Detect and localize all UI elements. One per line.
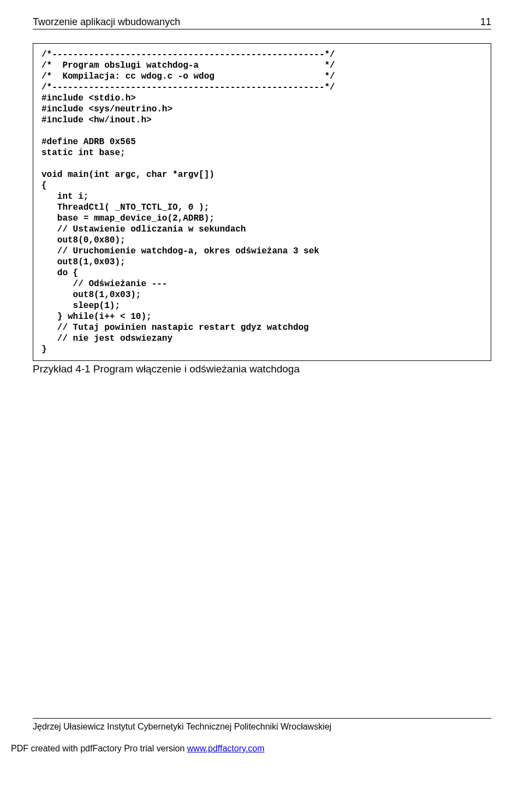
header-title: Tworzenie aplikacji wbudowanych (33, 16, 180, 28)
page-header: Tworzenie aplikacji wbudowanych 11 (33, 16, 491, 29)
page-footer: Jędrzej Ułasiewicz Instytut Cybernetyki … (33, 718, 491, 732)
pdf-credit-text: PDF created with pdfFactory Pro trial ve… (11, 744, 187, 753)
page: Tworzenie aplikacji wbudowanych 11 /*---… (0, 0, 524, 764)
pdf-factory-link[interactable]: www.pdffactory.com (187, 744, 265, 753)
page-number: 11 (480, 16, 491, 28)
code-listing: /*--------------------------------------… (33, 43, 491, 361)
pdf-credit: PDF created with pdfFactory Pro trial ve… (11, 744, 264, 754)
code-caption: Przykład 4-1 Program włączenie i odśwież… (33, 363, 491, 375)
